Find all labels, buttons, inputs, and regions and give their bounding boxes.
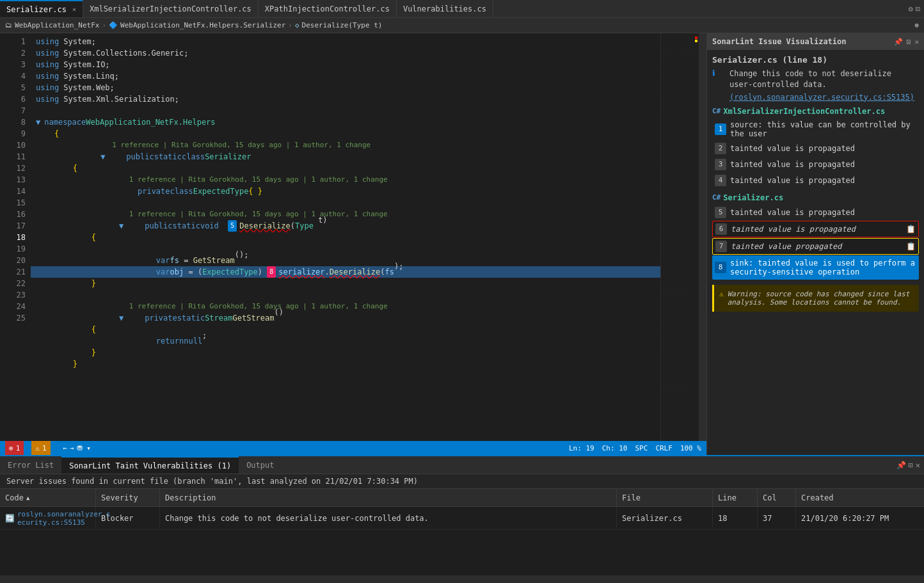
breadcrumb-namespace[interactable]: WebApplication_NetFx.Helpers.Serializer: [120, 21, 285, 29]
status-spc: SPC: [635, 444, 648, 452]
file-section-2: C# Serializer.cs 5 tainted value is prop…: [712, 193, 919, 280]
branch-icon[interactable]: ⛃ ▾: [77, 444, 91, 452]
tab-vulnerabilities[interactable]: Vulnerabilities.cs: [397, 0, 493, 17]
issue-link[interactable]: (roslyn.sonaranalyzer.security.cs:S5135): [729, 93, 919, 102]
sonarlint-panel: SonarLint Issue Visualization 📌 ⊡ ✕ Seri…: [706, 33, 924, 455]
th-description[interactable]: Description: [160, 489, 617, 506]
close-bottom-icon[interactable]: ✕: [916, 461, 920, 470]
code-line-2: using System.Collections.Generic;: [31, 47, 660, 59]
status-zoom: 100 %: [680, 444, 701, 452]
flow-text-3: tainted value is propagated: [730, 160, 916, 169]
tab-error-list-label: Error List: [8, 461, 54, 470]
breadcrumb-add[interactable]: ⊕: [914, 21, 919, 29]
line-num-21: 21: [0, 266, 26, 278]
tab-bar: Serializer.cs ✕ XmlSerializerInjectionCo…: [0, 0, 924, 18]
flow-item-3[interactable]: 3 tainted value is propagated: [712, 157, 919, 172]
flow-text-4: tainted value is propagated: [730, 176, 916, 185]
th-severity[interactable]: Severity: [96, 489, 160, 506]
code-area[interactable]: using System; using System.Collections.G…: [31, 33, 660, 441]
breadcrumb-icon: 🗂: [5, 21, 12, 29]
bottom-table[interactable]: Code Severity Description File Line Col …: [0, 489, 924, 575]
th-file[interactable]: File: [617, 489, 713, 506]
flow-num-4: 4: [715, 175, 726, 186]
tab-xmlserializer[interactable]: XmlSerializerInjectionController.cs: [83, 0, 259, 17]
flow-num-7: 7: [715, 241, 727, 252]
status-error[interactable]: ⊗ 1: [5, 441, 24, 455]
flow-item-6[interactable]: 6 tainted value is propagated 📋: [712, 221, 919, 237]
breadcrumb-sep2: ›: [288, 21, 292, 29]
code-line-23: return null;: [31, 335, 660, 347]
pin-bottom-icon[interactable]: 📌: [896, 461, 906, 470]
tab-actions: ⚙ ⊡: [905, 4, 924, 13]
copy-icon-7[interactable]: 📋: [906, 242, 916, 251]
breadcrumb-project[interactable]: WebApplication_NetFx: [15, 21, 99, 29]
th-line[interactable]: Line: [713, 489, 758, 506]
float-icon[interactable]: ⊡: [907, 38, 911, 46]
scrollbar-horizontal[interactable]: [0, 575, 924, 583]
copy-icon-6[interactable]: 📋: [906, 225, 916, 234]
bottom-tab-actions: 📌 ⊡ ✕: [893, 461, 924, 470]
code-line-25: }: [31, 358, 660, 370]
pin-icon[interactable]: 📌: [894, 38, 903, 46]
flow-item-1[interactable]: 1 source: this value can be controlled b…: [712, 118, 919, 140]
minimap-warning-marker: [695, 40, 697, 42]
th-code[interactable]: Code: [0, 489, 96, 506]
breadcrumb-method-icon: ◇: [295, 21, 299, 29]
status-warning[interactable]: ⚠ 1: [31, 441, 50, 455]
th-file-label: File: [622, 493, 641, 502]
tab-serializer[interactable]: Serializer.cs ✕: [0, 0, 83, 17]
line-num-9: 9: [0, 128, 26, 140]
settings-icon[interactable]: ⚙: [909, 4, 913, 13]
tab-output[interactable]: Output: [239, 456, 282, 474]
split-icon[interactable]: ⊡: [916, 4, 920, 13]
float-bottom-icon[interactable]: ⊡: [909, 461, 913, 470]
th-created[interactable]: Created: [796, 489, 924, 506]
main-area: 1 2 3 4 5 6 7 8 9 10 11 12 13 14 15 16 1…: [0, 33, 924, 455]
file-name-1: XmlSerializerInjectionController.cs: [723, 107, 885, 116]
td-description: Change this code to not deserialize user…: [160, 507, 617, 529]
created-text: 21/01/20 6:20:27 PM: [801, 514, 889, 523]
tab-sonarlint-taint[interactable]: SonarLint Taint Vulnerabilities (1): [61, 456, 239, 474]
warning-box: ⚠ Warning: source code has changed since…: [712, 285, 919, 312]
editor-content[interactable]: 1 2 3 4 5 6 7 8 9 10 11 12 13 14 15 16 1…: [0, 33, 706, 441]
flow-item-5[interactable]: 5 tainted value is propagated: [712, 205, 919, 220]
file-section-1: C# XmlSerializerInjectionController.cs 1…: [712, 107, 919, 188]
line-num-13: 13: [0, 174, 26, 186]
tab-label: XPathInjectionController.cs: [265, 4, 390, 13]
info-icon: ℹ: [712, 68, 715, 77]
editor-scrollbar[interactable]: [699, 33, 706, 441]
warning-icon: ⚠: [35, 444, 40, 452]
flow-item-4[interactable]: 4 tainted value is propagated: [712, 173, 919, 188]
tab-xpath[interactable]: XPathInjectionController.cs: [259, 0, 397, 17]
breadcrumb-method[interactable]: Deserialize(Type t): [302, 21, 383, 29]
flow-text-2: tainted value is propagated: [730, 144, 916, 153]
status-ch: Ch: 10: [602, 444, 628, 452]
flow-item-8[interactable]: 8 sink: tainted value is used to perform…: [712, 255, 919, 280]
line-numbers: 1 2 3 4 5 6 7 8 9 10 11 12 13 14 15 16 1…: [0, 33, 31, 441]
forward-icon[interactable]: →: [70, 444, 74, 452]
breadcrumb-icon2: 🔷: [109, 21, 118, 29]
table-row[interactable]: 🔄 roslyn.sonaranalyzer.security.cs:S5135…: [0, 507, 924, 530]
breadcrumb-sep1: ›: [102, 21, 106, 29]
flow-num-8: 8: [715, 262, 726, 273]
code-line-6: using System.Xml.Serialization;: [31, 93, 660, 105]
flow-item-7[interactable]: 7 tainted value propagated 📋: [712, 238, 919, 255]
status-crlf[interactable]: CRLF: [655, 444, 673, 452]
panel-header-actions: 📌 ⊡ ✕: [894, 38, 919, 46]
code-line-8: ▼namespace WebApplication_NetFx.Helpers: [31, 116, 660, 128]
tab-error-list[interactable]: Error List: [0, 456, 61, 474]
warn-icon: ⚠: [719, 290, 724, 307]
line-num-6: 6: [0, 93, 26, 105]
line-num-23: 23: [0, 289, 26, 301]
back-icon[interactable]: ←: [63, 444, 68, 452]
code-line-3: using System.IO;: [31, 59, 660, 70]
td-line: 18: [713, 507, 758, 529]
tab-close-serializer[interactable]: ✕: [72, 6, 76, 13]
th-col[interactable]: Col: [758, 489, 796, 506]
close-icon[interactable]: ✕: [914, 38, 919, 46]
code-line-9: {: [31, 128, 660, 140]
flow-item-2[interactable]: 2 tainted value is propagated: [712, 141, 919, 156]
tab-label: XmlSerializerInjectionController.cs: [90, 4, 251, 13]
line-num-11: 11: [0, 151, 26, 163]
tab-label: Serializer.cs: [6, 5, 67, 14]
